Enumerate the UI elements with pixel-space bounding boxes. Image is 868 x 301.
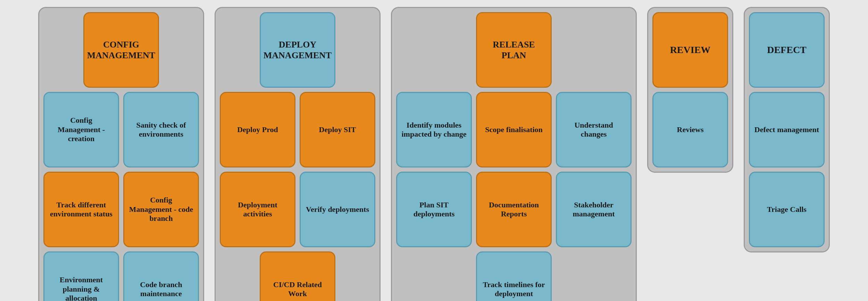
defect-header: DEFECT [749,12,825,88]
config-management-group: CONFIG MANAGEMENT Config Management - cr… [38,7,204,301]
release-plan-group: RELEASE PLAN Identify modules impacted b… [391,7,637,301]
release-plan-card: RELEASE PLAN Identify modules impacted b… [391,7,637,301]
review-header: REVIEW [652,12,728,88]
defect-card: DEFECT Defect management Triage Calls [744,7,830,252]
tile-stakeholder: Stakeholder management [556,172,632,247]
tile-code-branch-maintenance: Code branch maintenance [123,251,199,301]
main-container: CONFIG MANAGEMENT Config Management - cr… [38,7,830,301]
tile-sanity-check: Sanity check of environments [123,92,199,167]
release-plan-header: RELEASE PLAN [476,12,552,88]
tile-deployment-activities: Deployment activities [220,172,295,247]
tile-reviews: Reviews [652,92,728,167]
tile-track-env: Track different environment status [43,172,119,247]
tile-deploy-sit: Deploy SIT [300,92,375,167]
tile-track-timelines: Track timelines for deployment [476,251,552,301]
tile-triage-calls: Triage Calls [749,172,825,247]
tile-documentation-reports: Documentation Reports [476,172,552,247]
tile-scope-finalisation: Scope finalisation [476,92,552,167]
defect-group: DEFECT Defect management Triage Calls [744,7,830,252]
deploy-management-group: DEPLOY MANAGEMENT Deploy Prod Deploy SIT… [215,7,381,301]
review-card: REVIEW Reviews [647,7,733,173]
deploy-management-header: DEPLOY MANAGEMENT [260,12,335,88]
config-management-card: CONFIG MANAGEMENT Config Management - cr… [38,7,204,301]
tile-env-planning: Environment planning & allocation [43,251,119,301]
tile-plan-sit: Plan SIT deployments [396,172,472,247]
deploy-management-card: DEPLOY MANAGEMENT Deploy Prod Deploy SIT… [215,7,381,301]
tile-understand-changes: Understand changes [556,92,632,167]
tile-config-creation: Config Management - creation [43,92,119,167]
tile-config-code-branch: Config Management - code branch [123,172,199,247]
config-management-header: CONFIG MANAGEMENT [83,12,159,88]
tile-verify-deployments: Verify deployments [300,172,375,247]
tile-identify-modules: Identify modules impacted by change [396,92,472,167]
review-group: REVIEW Reviews [647,7,733,173]
tile-defect-management: Defect management [749,92,825,167]
tile-cicd: CI/CD Related Work [260,251,335,301]
tile-deploy-prod: Deploy Prod [220,92,295,167]
